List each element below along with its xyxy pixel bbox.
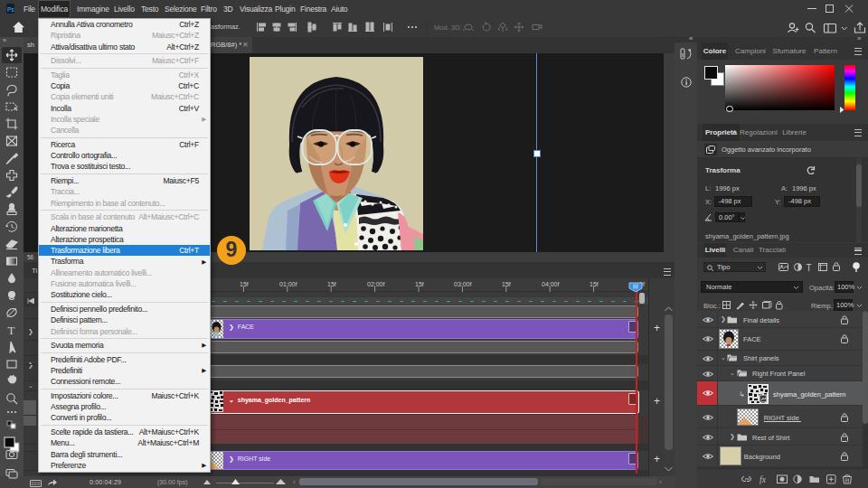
svg-text:T: T <box>8 324 15 337</box>
svg-text:T: T <box>807 263 812 273</box>
svg-text:Mod. 3D:: Mod. 3D: <box>434 23 461 32</box>
svg-text:fx: fx <box>760 475 767 484</box>
svg-text:Ps: Ps <box>7 6 14 13</box>
